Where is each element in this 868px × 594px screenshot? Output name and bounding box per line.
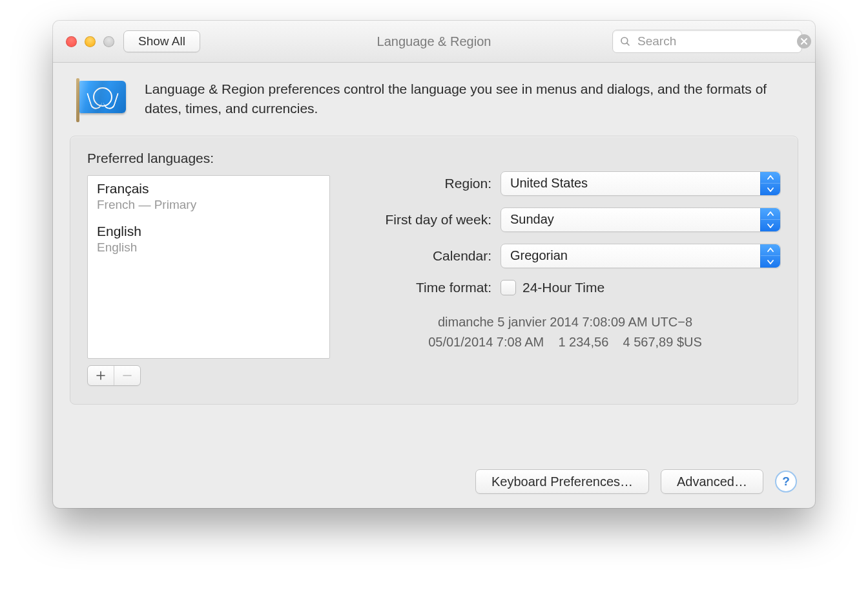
add-remove-controls <box>87 365 141 386</box>
search-icon <box>619 36 631 47</box>
clear-search-button[interactable] <box>797 34 811 48</box>
zoom-window-button <box>103 36 114 47</box>
language-item[interactable]: English English <box>88 218 329 261</box>
un-flag-icon <box>76 81 127 118</box>
intro-row: Language & Region preferences control th… <box>53 63 815 132</box>
preferences-window: Show All Language & Region <box>53 21 815 508</box>
language-name: Français <box>97 181 320 196</box>
footer-buttons: Keyboard Preferences… Advanced… ? <box>475 469 797 494</box>
format-example: dimanche 5 janvier 2014 7:08:09 AM UTC−8… <box>349 312 781 352</box>
keyboard-preferences-button[interactable]: Keyboard Preferences… <box>475 469 649 494</box>
close-window-button[interactable] <box>66 36 77 47</box>
search-field[interactable] <box>612 30 802 53</box>
first-day-popup[interactable]: Sunday <box>501 207 781 232</box>
advanced-button[interactable]: Advanced… <box>661 469 763 494</box>
region-value: United States <box>510 176 588 191</box>
24-hour-label: 24-Hour Time <box>522 280 604 295</box>
first-day-label: First day of week: <box>349 212 491 228</box>
24-hour-checkbox[interactable] <box>501 280 516 295</box>
time-format-label: Time format: <box>349 280 491 295</box>
calendar-popup[interactable]: Gregorian <box>501 244 781 268</box>
chevron-up-down-icon <box>760 208 780 231</box>
window-controls <box>66 36 114 47</box>
show-all-button[interactable]: Show All <box>123 30 200 52</box>
language-name: English <box>97 224 320 239</box>
region-popup[interactable]: United States <box>501 171 781 196</box>
svg-line-1 <box>626 43 629 45</box>
calendar-value: Gregorian <box>510 248 568 263</box>
minimize-window-button[interactable] <box>85 36 96 47</box>
first-day-value: Sunday <box>510 212 554 227</box>
language-detail: English <box>97 240 320 255</box>
titlebar: Show All Language & Region <box>53 21 815 63</box>
preferred-languages-list[interactable]: Français French — Primary English Englis… <box>87 175 330 359</box>
remove-language-button[interactable] <box>114 366 140 385</box>
help-button[interactable]: ? <box>775 471 797 493</box>
language-detail: French — Primary <box>97 198 320 212</box>
region-label: Region: <box>349 176 491 191</box>
language-item[interactable]: Français French — Primary <box>88 176 329 218</box>
settings-group: Preferred languages: Français French — P… <box>70 136 798 405</box>
calendar-label: Calendar: <box>349 248 491 264</box>
add-language-button[interactable] <box>88 366 114 385</box>
chevron-up-down-icon <box>760 172 780 195</box>
chevron-up-down-icon <box>760 244 780 268</box>
intro-text: Language & Region preferences control th… <box>145 80 792 119</box>
preferred-languages-label: Preferred languages: <box>87 151 330 166</box>
search-input[interactable] <box>636 34 792 49</box>
